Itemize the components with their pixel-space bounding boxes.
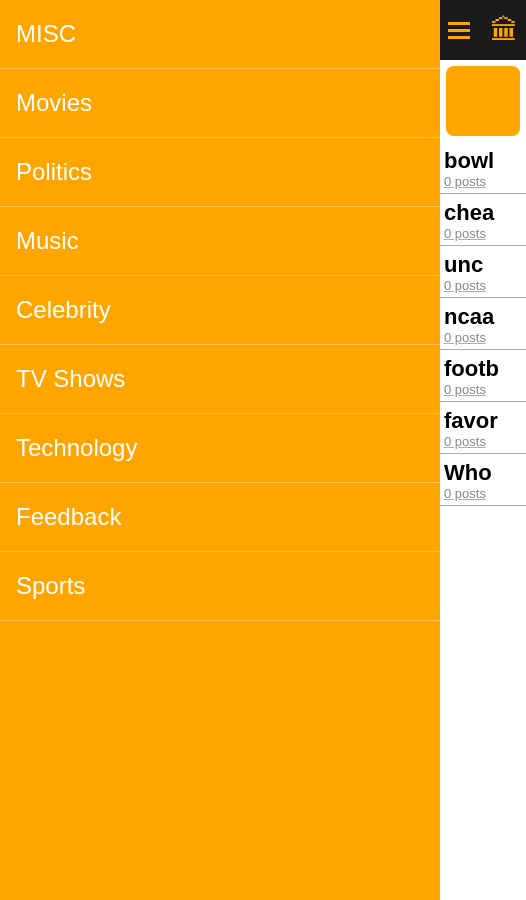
topic-title: bowl xyxy=(444,148,522,174)
topic-posts: 0 posts xyxy=(444,486,522,501)
building-icon[interactable]: 🏛 xyxy=(490,14,518,47)
right-header: 🏛 xyxy=(440,0,526,60)
sidebar-item[interactable]: Movies xyxy=(0,69,440,138)
sidebar-item-label: Celebrity xyxy=(16,296,111,323)
sidebar-item[interactable]: Celebrity xyxy=(0,276,440,345)
topic-item[interactable]: bowl0 posts xyxy=(440,142,526,194)
sidebar-item-label: Feedback xyxy=(16,503,121,530)
sidebar: MISCMoviesPoliticsMusicCelebrityTV Shows… xyxy=(0,0,440,900)
search-box[interactable] xyxy=(446,66,520,136)
topic-posts: 0 posts xyxy=(444,330,522,345)
topic-posts: 0 posts xyxy=(444,174,522,189)
sidebar-item[interactable]: Politics xyxy=(0,138,440,207)
topic-item[interactable]: Who0 posts xyxy=(440,454,526,506)
sidebar-item[interactable]: Technology xyxy=(0,414,440,483)
sidebar-item[interactable]: Music xyxy=(0,207,440,276)
topic-item[interactable]: chea0 posts xyxy=(440,194,526,246)
sidebar-item-label: Politics xyxy=(16,158,92,185)
topic-posts: 0 posts xyxy=(444,382,522,397)
topic-item[interactable]: ncaa0 posts xyxy=(440,298,526,350)
topic-title: chea xyxy=(444,200,522,226)
sidebar-item-label: Sports xyxy=(16,572,85,599)
topic-title: footb xyxy=(444,356,522,382)
topic-posts: 0 posts xyxy=(444,226,522,241)
sidebar-item[interactable]: Sports xyxy=(0,552,440,621)
topic-title: unc xyxy=(444,252,522,278)
sidebar-item-label: Technology xyxy=(16,434,137,461)
topic-title: favor xyxy=(444,408,522,434)
sidebar-item-label: Movies xyxy=(16,89,92,116)
topics-list: bowl0 postschea0 postsunc0 postsncaa0 po… xyxy=(440,142,526,900)
topic-item[interactable]: favor0 posts xyxy=(440,402,526,454)
sidebar-item[interactable]: MISC xyxy=(0,0,440,69)
hamburger-icon[interactable] xyxy=(448,22,470,39)
sidebar-item-label: Music xyxy=(16,227,79,254)
topic-posts: 0 posts xyxy=(444,434,522,449)
topic-title: ncaa xyxy=(444,304,522,330)
topic-item[interactable]: footb0 posts xyxy=(440,350,526,402)
sidebar-item[interactable]: TV Shows xyxy=(0,345,440,414)
sidebar-item-label: TV Shows xyxy=(16,365,125,392)
right-panel: 🏛 bowl0 postschea0 postsunc0 postsncaa0 … xyxy=(440,0,526,900)
topic-item[interactable]: unc0 posts xyxy=(440,246,526,298)
topic-posts: 0 posts xyxy=(444,278,522,293)
sidebar-item-label: MISC xyxy=(16,20,76,47)
topic-title: Who xyxy=(444,460,522,486)
sidebar-item[interactable]: Feedback xyxy=(0,483,440,552)
